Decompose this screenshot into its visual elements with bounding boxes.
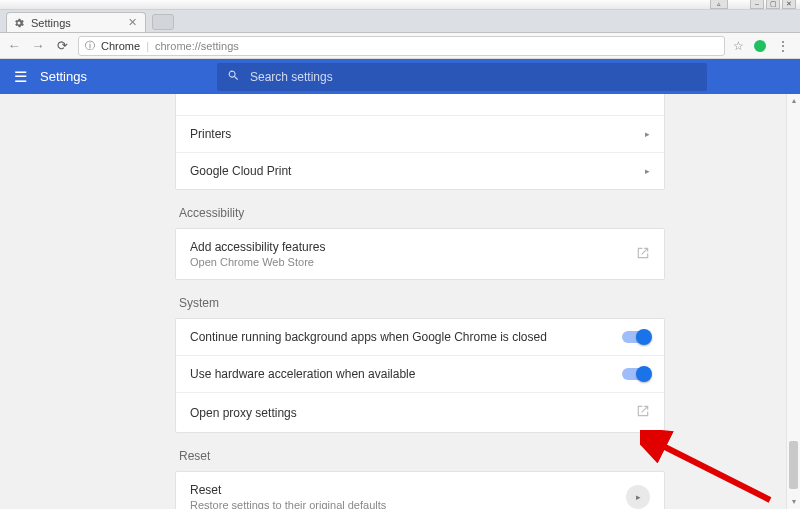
window-titlebar: ▵ – ▢ ✕	[0, 0, 800, 10]
accessibility-row[interactable]: Add accessibility features Open Chrome W…	[176, 229, 664, 279]
extension-icon[interactable]	[754, 40, 766, 52]
settings-content: Printers ▸ Google Cloud Print ▸ Accessib…	[0, 94, 800, 509]
hidden-row	[176, 94, 664, 115]
window-maximize-button[interactable]: ▢	[766, 0, 780, 9]
url-scheme-label: Chrome	[101, 40, 140, 52]
reload-button[interactable]: ⟳	[54, 38, 70, 53]
printing-card: Printers ▸ Google Cloud Print ▸	[175, 94, 665, 190]
tab-close-icon[interactable]: ✕	[128, 16, 137, 29]
scroll-up-icon[interactable]: ▴	[787, 94, 800, 108]
tab-strip: Settings ✕	[0, 10, 800, 33]
background-apps-row[interactable]: Continue running background apps when Go…	[176, 319, 664, 355]
reset-row[interactable]: Reset Restore settings to their original…	[176, 472, 664, 509]
back-button[interactable]: ←	[6, 38, 22, 53]
gear-icon	[13, 17, 25, 29]
proxy-label: Open proxy settings	[190, 406, 297, 420]
background-apps-label: Continue running background apps when Go…	[190, 330, 547, 344]
search-settings-input[interactable]	[250, 70, 697, 84]
menu-icon[interactable]: ☰	[0, 68, 40, 86]
scroll-area: Printers ▸ Google Cloud Print ▸ Accessib…	[0, 94, 800, 509]
page-title: Settings	[40, 69, 87, 84]
reset-title: Reset	[190, 483, 386, 497]
proxy-row[interactable]: Open proxy settings	[176, 392, 664, 432]
profile-button[interactable]: ▵	[710, 0, 728, 9]
hw-accel-row[interactable]: Use hardware acceleration when available	[176, 355, 664, 392]
site-info-icon[interactable]: ⓘ	[85, 39, 95, 53]
address-bar[interactable]: ⓘ Chrome | chrome://settings	[78, 36, 725, 56]
search-settings-field[interactable]	[217, 63, 707, 91]
accessibility-title: Add accessibility features	[190, 240, 325, 254]
tab-settings[interactable]: Settings ✕	[6, 12, 146, 32]
chevron-right-icon: ▸	[645, 129, 650, 139]
background-apps-toggle[interactable]	[622, 331, 650, 343]
search-icon	[227, 69, 240, 85]
scroll-down-icon[interactable]: ▾	[787, 495, 800, 509]
window-close-button[interactable]: ✕	[782, 0, 796, 9]
system-card: Continue running background apps when Go…	[175, 318, 665, 433]
cloud-print-label: Google Cloud Print	[190, 164, 291, 178]
forward-button: →	[30, 38, 46, 53]
url-separator: |	[146, 40, 149, 52]
chevron-right-icon: ▸	[636, 492, 641, 502]
external-link-icon	[636, 246, 650, 263]
browser-toolbar: ← → ⟳ ⓘ Chrome | chrome://settings ☆ ⋮	[0, 33, 800, 59]
printers-row[interactable]: Printers ▸	[176, 115, 664, 152]
section-header-system: System	[175, 280, 665, 318]
bookmark-star-icon[interactable]: ☆	[733, 39, 744, 53]
scrollbar-thumb[interactable]	[789, 441, 798, 489]
hw-accel-label: Use hardware acceleration when available	[190, 367, 415, 381]
accessibility-card: Add accessibility features Open Chrome W…	[175, 228, 665, 280]
new-tab-button[interactable]	[152, 14, 174, 30]
reset-card: Reset Restore settings to their original…	[175, 471, 665, 509]
window-minimize-button[interactable]: –	[750, 0, 764, 9]
reset-sub: Restore settings to their original defau…	[190, 499, 386, 509]
printers-label: Printers	[190, 127, 231, 141]
hw-accel-toggle[interactable]	[622, 368, 650, 380]
settings-header: ☰ Settings	[0, 59, 800, 94]
section-header-reset: Reset	[175, 433, 665, 471]
vertical-scrollbar[interactable]: ▴ ▾	[786, 94, 800, 509]
accessibility-sub: Open Chrome Web Store	[190, 256, 325, 268]
reset-arrow-button[interactable]: ▸	[626, 485, 650, 509]
cloud-print-row[interactable]: Google Cloud Print ▸	[176, 152, 664, 189]
section-header-accessibility: Accessibility	[175, 190, 665, 228]
chrome-menu-icon[interactable]: ⋮	[776, 38, 790, 54]
external-link-icon	[636, 404, 650, 421]
chevron-right-icon: ▸	[645, 166, 650, 176]
url-text: chrome://settings	[155, 40, 239, 52]
tab-title: Settings	[31, 17, 71, 29]
